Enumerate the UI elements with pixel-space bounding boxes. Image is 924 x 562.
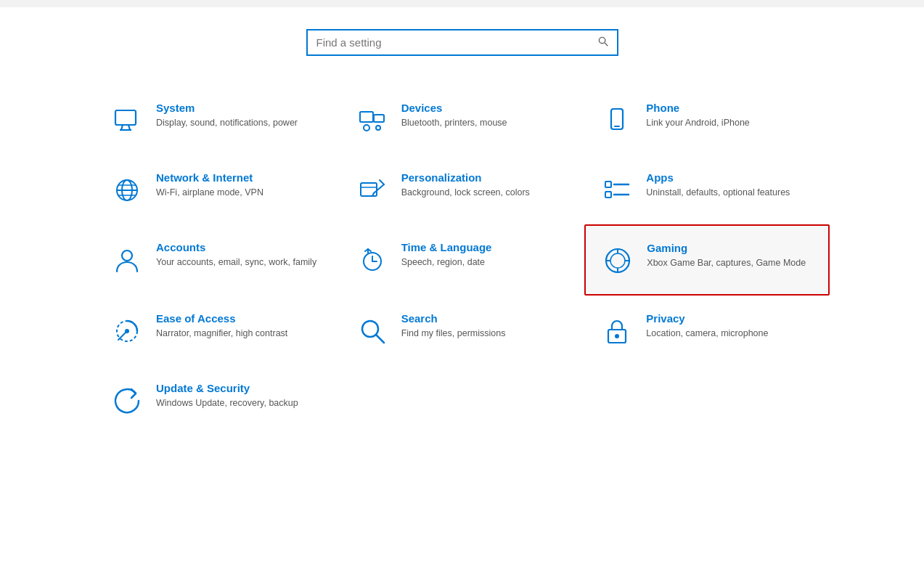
phone-icon [600, 103, 634, 138]
setting-item-devices[interactable]: Devices Bluetooth, printers, mouse [340, 85, 585, 155]
svg-rect-7 [374, 115, 384, 122]
svg-point-9 [376, 126, 380, 130]
update-icon [110, 383, 144, 418]
privacy-icon [600, 314, 634, 349]
setting-desc-gaming: Xbox Game Bar, captures, Game Mode [647, 257, 814, 270]
setting-title-gaming: Gaming [647, 242, 814, 254]
search-input[interactable] [316, 36, 594, 49]
system-icon [110, 103, 144, 138]
setting-text-time: Time & Language Speech, region, date [401, 241, 570, 269]
svg-point-32 [610, 253, 625, 268]
setting-desc-network: Wi-Fi, airplane mode, VPN [156, 187, 324, 200]
setting-desc-system: Display, sound, notifications, power [156, 117, 324, 130]
setting-text-apps: Apps Uninstall, defaults, optional featu… [646, 171, 814, 200]
svg-rect-2 [115, 110, 136, 125]
setting-item-privacy[interactable]: Privacy Location, camera, microphone [584, 296, 830, 365]
setting-text-devices: Devices Bluetooth, printers, mouse [401, 102, 570, 130]
setting-text-accounts: Accounts Your accounts, email, sync, wor… [156, 241, 324, 269]
search-box [306, 29, 618, 56]
svg-point-42 [615, 334, 619, 338]
setting-title-ease: Ease of Access [156, 312, 324, 325]
setting-desc-ease: Narrator, magnifier, high contrast [156, 327, 324, 341]
setting-item-phone[interactable]: Phone Link your Android, iPhone [584, 85, 830, 155]
setting-text-search: Search Find my files, permissions [401, 312, 570, 341]
setting-title-update: Update & Security [156, 382, 324, 394]
setting-item-system[interactable]: System Display, sound, notifications, po… [94, 85, 340, 155]
personalization-icon [355, 173, 390, 208]
setting-item-search[interactable]: Search Find my files, permissions [340, 296, 585, 365]
accounts-icon [110, 243, 144, 277]
setting-item-gaming[interactable]: Gaming Xbox Game Bar, captures, Game Mod… [584, 224, 830, 296]
network-icon [110, 173, 144, 208]
svg-point-8 [364, 125, 369, 131]
setting-item-accounts[interactable]: Accounts Your accounts, email, sync, wor… [94, 224, 340, 296]
search-icon [355, 314, 390, 349]
setting-desc-update: Windows Update, recovery, backup [156, 397, 324, 410]
setting-item-apps[interactable]: Apps Uninstall, defaults, optional featu… [584, 155, 830, 224]
ease-icon [110, 314, 144, 349]
setting-title-privacy: Privacy [646, 312, 814, 325]
svg-line-20 [374, 184, 384, 193]
setting-desc-search: Find my files, permissions [401, 327, 570, 341]
svg-line-1 [605, 43, 608, 46]
time-icon [355, 243, 390, 277]
setting-desc-apps: Uninstall, defaults, optional features [646, 187, 814, 200]
setting-text-network: Network & Internet Wi-Fi, airplane mode,… [156, 171, 324, 200]
setting-title-phone: Phone [646, 102, 814, 114]
search-icon [598, 36, 608, 49]
svg-point-26 [122, 251, 132, 261]
setting-item-update[interactable]: Update & Security Windows Update, recove… [94, 365, 340, 435]
setting-title-apps: Apps [646, 171, 814, 184]
setting-text-update: Update & Security Windows Update, recove… [156, 382, 324, 410]
setting-title-system: System [156, 102, 324, 114]
setting-text-personalization: Personalization Background, lock screen,… [401, 171, 570, 200]
setting-text-gaming: Gaming Xbox Game Bar, captures, Game Mod… [647, 242, 814, 270]
setting-title-time: Time & Language [401, 241, 570, 253]
setting-text-privacy: Privacy Location, camera, microphone [646, 312, 814, 341]
svg-rect-17 [361, 183, 377, 196]
setting-desc-devices: Bluetooth, printers, mouse [401, 117, 570, 130]
setting-title-search: Search [401, 312, 570, 325]
setting-item-network[interactable]: Network & Internet Wi-Fi, airplane mode,… [94, 155, 340, 224]
setting-item-personalization[interactable]: Personalization Background, lock screen,… [340, 155, 585, 224]
search-container [0, 7, 924, 78]
setting-desc-phone: Link your Android, iPhone [646, 117, 814, 130]
svg-line-19 [380, 180, 384, 184]
setting-desc-personalization: Background, lock screen, colors [401, 187, 570, 200]
setting-title-personalization: Personalization [401, 171, 570, 184]
setting-title-network: Network & Internet [156, 171, 324, 184]
setting-desc-privacy: Location, camera, microphone [646, 327, 814, 341]
apps-icon [600, 173, 634, 208]
svg-rect-23 [605, 192, 611, 197]
setting-text-system: System Display, sound, notifications, po… [156, 102, 324, 130]
setting-text-phone: Phone Link your Android, iPhone [646, 102, 814, 130]
setting-item-ease[interactable]: Ease of Access Narrator, magnifier, high… [94, 296, 340, 365]
gaming-icon [600, 243, 635, 278]
setting-title-accounts: Accounts [156, 241, 324, 253]
devices-icon [355, 103, 390, 138]
svg-rect-22 [605, 182, 611, 187]
svg-rect-6 [360, 112, 373, 122]
setting-desc-time: Speech, region, date [401, 256, 570, 269]
svg-point-0 [599, 37, 605, 43]
setting-text-ease: Ease of Access Narrator, magnifier, high… [156, 312, 324, 341]
svg-line-40 [376, 335, 384, 343]
settings-grid: System Display, sound, notifications, po… [0, 78, 924, 442]
setting-item-time[interactable]: Time & Language Speech, region, date [340, 224, 585, 296]
setting-title-devices: Devices [401, 102, 570, 114]
setting-desc-accounts: Your accounts, email, sync, work, family [156, 256, 324, 269]
